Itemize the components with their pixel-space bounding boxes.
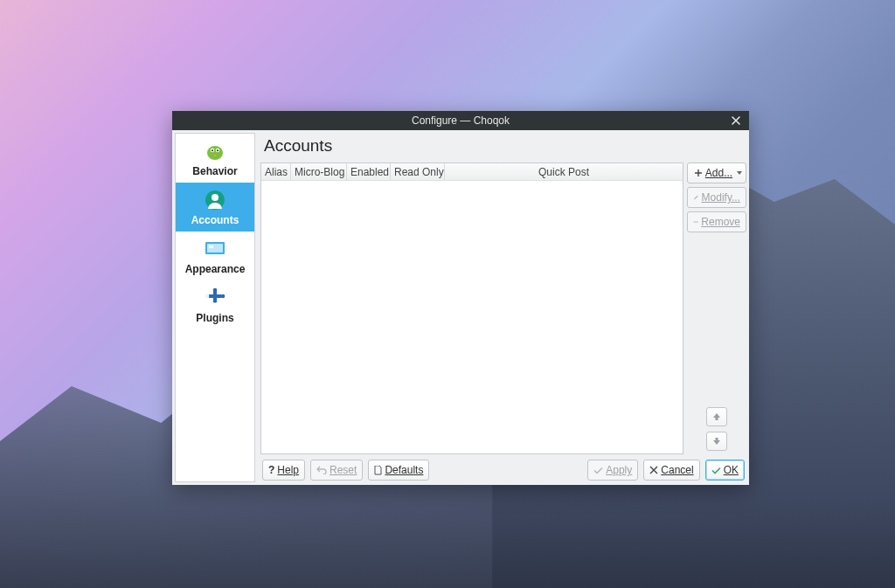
column-alias[interactable]: Alias — [261, 163, 291, 180]
defaults-button[interactable]: Defaults — [368, 460, 429, 481]
table-header: Alias Micro-Blog Enabled Read Only Quick… — [261, 163, 683, 181]
help-button[interactable]: ? Help — [262, 460, 305, 481]
sidebar-item-appearance[interactable]: Appearance — [176, 232, 254, 280]
minus-icon — [693, 218, 698, 226]
reset-button[interactable]: Reset — [310, 460, 363, 481]
sidebar-item-label: Appearance — [185, 263, 246, 275]
desktop-icon — [203, 237, 227, 261]
sidebar-item-behavior[interactable]: Behavior — [176, 134, 254, 183]
help-icon: ? — [268, 464, 274, 476]
dialog-footer: ? Help Reset Defaults Apply — [260, 454, 746, 482]
move-up-button[interactable] — [706, 407, 727, 426]
svg-point-6 — [212, 194, 219, 201]
svg-point-11 — [221, 294, 225, 299]
modify-button-label: Modify... — [702, 191, 740, 204]
column-quickpost[interactable]: Quick Post — [445, 163, 683, 180]
sidebar-item-label: Plugins — [196, 312, 233, 324]
column-microblog[interactable]: Micro-Blog — [291, 163, 347, 180]
configure-dialog: Configure — Choqok Behavior Accounts — [172, 111, 749, 485]
column-readonly[interactable]: Read Only — [391, 163, 445, 180]
arrow-down-icon — [711, 436, 722, 446]
cancel-button[interactable]: Cancel — [643, 460, 699, 481]
add-button[interactable]: Add... — [687, 163, 746, 183]
sidebar-item-label: Accounts — [191, 214, 239, 226]
right-button-column: Add... Modify... Remove — [687, 163, 746, 454]
arrow-up-icon — [711, 412, 722, 422]
plugin-icon — [203, 286, 227, 310]
ok-button-label: OK — [724, 464, 739, 476]
window-close-button[interactable] — [726, 111, 746, 130]
plus-icon — [694, 169, 703, 177]
titlebar[interactable]: Configure — Choqok — [172, 111, 749, 130]
pencil-icon — [693, 193, 699, 202]
sidebar: Behavior Accounts Appearance Plugins — [175, 133, 255, 482]
window-title: Configure — Choqok — [412, 114, 510, 127]
add-button-label: Add... — [705, 167, 732, 179]
check-icon — [711, 467, 721, 474]
remove-button[interactable]: Remove — [687, 211, 746, 232]
undo-icon — [316, 466, 327, 474]
remove-button-label: Remove — [701, 216, 740, 228]
main-panel: Accounts Alias Micro-Blog Enabled Read O… — [255, 130, 749, 485]
svg-rect-9 — [209, 246, 213, 248]
user-icon — [203, 188, 227, 212]
x-icon — [649, 466, 658, 474]
svg-point-10 — [213, 288, 218, 293]
cancel-button-label: Cancel — [661, 464, 693, 476]
svg-point-12 — [205, 294, 210, 299]
page-title: Accounts — [260, 133, 746, 163]
svg-point-3 — [212, 149, 213, 151]
bird-icon — [203, 139, 227, 163]
move-down-button[interactable] — [706, 432, 727, 451]
sidebar-item-plugins[interactable]: Plugins — [176, 280, 254, 329]
sidebar-item-label: Behavior — [192, 165, 237, 177]
reset-button-label: Reset — [330, 464, 357, 476]
apply-button-label: Apply — [606, 464, 632, 476]
apply-button[interactable]: Apply — [587, 460, 638, 481]
svg-point-4 — [217, 149, 219, 151]
help-button-label: Help — [277, 464, 299, 476]
document-icon — [374, 466, 382, 475]
close-icon — [731, 115, 741, 126]
table-body-empty — [261, 181, 683, 453]
accounts-table[interactable]: Alias Micro-Blog Enabled Read Only Quick… — [260, 163, 683, 454]
defaults-button-label: Defaults — [385, 464, 423, 476]
ok-button[interactable]: OK — [705, 460, 745, 481]
modify-button[interactable]: Modify... — [687, 187, 746, 208]
svg-point-0 — [207, 146, 223, 160]
column-enabled[interactable]: Enabled — [347, 163, 391, 180]
check-icon — [593, 467, 603, 474]
sidebar-item-accounts[interactable]: Accounts — [176, 183, 254, 232]
